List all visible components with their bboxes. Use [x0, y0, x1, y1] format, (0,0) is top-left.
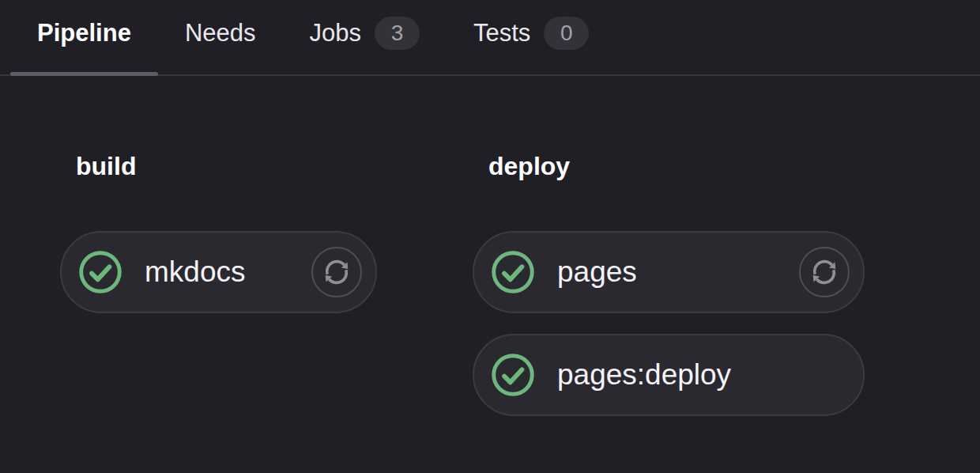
jobs-count-badge: 3 — [375, 17, 420, 50]
pipeline-tabbar: Pipeline Needs Jobs 3 Tests 0 — [0, 0, 980, 76]
tab-jobs[interactable]: Jobs 3 — [282, 0, 446, 74]
job-pill-pages-deploy[interactable]: pages:deploy — [473, 334, 865, 416]
retry-icon — [808, 256, 840, 288]
job-name: mkdocs — [145, 255, 311, 289]
tab-pipeline-label: Pipeline — [37, 19, 131, 47]
job-name: pages — [557, 255, 799, 289]
status-success-icon — [491, 353, 535, 397]
stage-column-build: build mkdocs — [60, 150, 377, 416]
job-pill-mkdocs[interactable]: mkdocs — [60, 231, 377, 313]
status-success-icon — [491, 250, 535, 294]
retry-job-button[interactable] — [311, 247, 362, 297]
tab-needs-label: Needs — [185, 19, 256, 47]
job-name: pages:deploy — [557, 358, 850, 392]
job-pill-pages[interactable]: pages — [473, 231, 865, 313]
tab-tests-label: Tests — [473, 19, 530, 47]
tab-jobs-label: Jobs — [309, 19, 360, 47]
stage-title-deploy: deploy — [488, 150, 865, 182]
retry-job-button[interactable] — [799, 247, 850, 297]
stage-column-deploy: deploy pages — [473, 150, 865, 416]
stage-title-build: build — [76, 150, 377, 182]
retry-icon — [321, 256, 352, 288]
tab-needs[interactable]: Needs — [158, 0, 283, 74]
tab-pipeline[interactable]: Pipeline — [10, 0, 158, 74]
tab-tests[interactable]: Tests 0 — [447, 0, 616, 74]
pipeline-graph: build mkdocs — [0, 150, 980, 416]
status-success-icon — [78, 250, 122, 294]
tests-count-badge: 0 — [544, 17, 589, 50]
